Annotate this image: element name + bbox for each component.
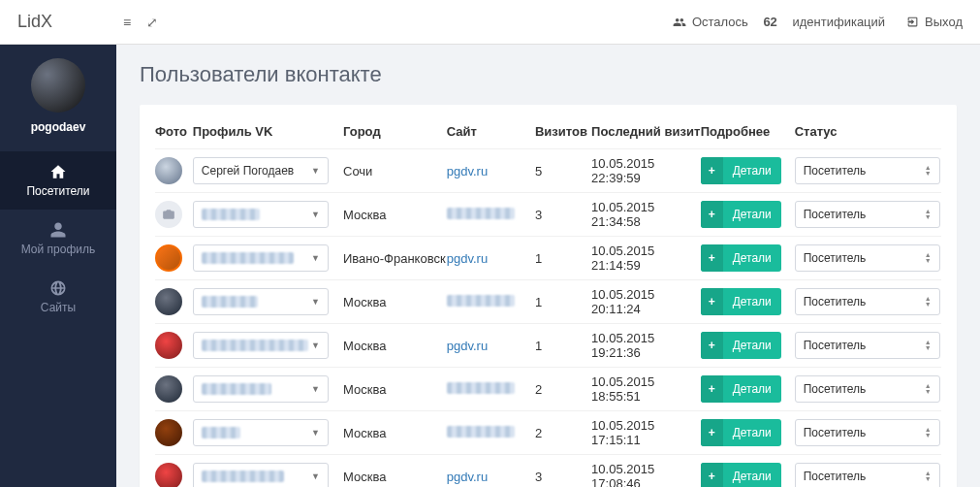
visits-cell: 5	[535, 164, 591, 179]
table-row: ▼ Москва pgdv.ru 1 10.05.2015 19:21:36 +…	[155, 323, 941, 367]
brand-logo: LidX	[17, 12, 114, 32]
plus-icon: +	[701, 419, 723, 446]
status-select[interactable]: Посетитель▲▼	[795, 463, 940, 487]
sort-icon: ▲▼	[925, 383, 932, 395]
row-avatar	[155, 463, 182, 487]
row-avatar	[155, 157, 182, 184]
status-select[interactable]: Посетитель▲▼	[795, 201, 940, 228]
status-select[interactable]: Посетитель▲▼	[795, 375, 940, 403]
city-cell: Сочи	[343, 164, 447, 179]
visits-cell: 1	[535, 295, 591, 309]
status-select[interactable]: Посетитель▲▼	[795, 332, 940, 359]
row-avatar	[155, 419, 182, 446]
last-visit-cell: 10.05.2015 22:39:59	[591, 156, 701, 185]
status-select[interactable]: Посетитель▲▼	[795, 157, 940, 184]
table-row: ▼ Москва 2 10.05.2015 17:15:11 +Детали П…	[155, 410, 941, 454]
profile-dropdown[interactable]: ▼	[193, 463, 329, 487]
profile-dropdown[interactable]: ▼	[193, 332, 329, 359]
sort-icon: ▲▼	[925, 252, 932, 264]
col-visits: Визитов	[535, 124, 591, 139]
visits-cell: 3	[535, 470, 591, 484]
col-city: Город	[343, 124, 447, 139]
table-row: ▼ Москва 2 10.05.2015 18:55:51 +Детали П…	[155, 367, 941, 410]
table-header-row: Фото Профиль VK Город Сайт Визитов После…	[155, 118, 941, 148]
status-select[interactable]: Посетитель▲▼	[795, 419, 940, 446]
globe-icon	[0, 279, 116, 297]
visits-cell: 2	[535, 382, 591, 397]
sort-icon: ▲▼	[925, 427, 932, 438]
status-select[interactable]: Посетитель▲▼	[795, 244, 940, 272]
last-visit-cell: 10.05.2015 17:08:46	[591, 462, 701, 487]
plus-icon: +	[701, 157, 723, 184]
main-content: Пользователи вконтакте Фото Профиль VK Г…	[116, 45, 980, 487]
visits-cell: 2	[535, 426, 591, 440]
last-visit-cell: 10.05.2015 17:15:11	[591, 418, 701, 447]
sidebar: pogodaev ПосетителиМой профильСайты	[0, 45, 116, 487]
profile-dropdown[interactable]: ▼	[193, 375, 329, 403]
home-icon	[0, 163, 116, 180]
last-visit-cell: 10.05.2015 18:55:51	[591, 374, 701, 404]
sort-icon: ▲▼	[925, 165, 932, 177]
last-visit-cell: 10.05.2015 21:14:59	[591, 244, 701, 273]
profile-dropdown[interactable]: ▼	[193, 201, 329, 228]
expand-icon[interactable]: ⤢	[140, 15, 165, 30]
sidebar-item-1[interactable]: Мой профиль	[0, 210, 116, 268]
table-card: Фото Профиль VK Город Сайт Визитов После…	[140, 105, 957, 487]
details-button[interactable]: +Детали	[701, 288, 781, 315]
sort-icon: ▲▼	[925, 340, 932, 351]
details-button[interactable]: +Детали	[701, 419, 781, 446]
site-link[interactable]: pgdv.ru	[447, 251, 488, 266]
status-select[interactable]: Посетитель▲▼	[795, 288, 940, 315]
profile-dropdown[interactable]: ▼	[193, 244, 329, 272]
table-row: ▼ Москва pgdv.ru 3 10.05.2015 17:08:46 +…	[155, 454, 941, 487]
profile-dropdown[interactable]: Сергей Погодаев▼	[193, 157, 329, 184]
sidebar-item-0[interactable]: Посетители	[0, 151, 116, 210]
last-visit-cell: 10.05.2015 21:34:58	[591, 200, 701, 229]
row-avatar	[155, 288, 182, 315]
city-cell: Москва	[343, 339, 447, 353]
row-avatar	[155, 375, 182, 403]
plus-icon: +	[701, 288, 723, 315]
table-row: ▼ Ивано-Франковск pgdv.ru 1 10.05.2015 2…	[155, 236, 941, 279]
plus-icon: +	[701, 375, 723, 403]
logout-icon	[906, 16, 919, 28]
row-avatar	[155, 201, 182, 228]
details-button[interactable]: +Детали	[701, 244, 781, 272]
details-button[interactable]: +Детали	[701, 332, 781, 359]
table-row: ▼ Москва 1 10.05.2015 20:11:24 +Детали П…	[155, 279, 941, 323]
topbar: LidX ≡ ⤢ Осталось 62 идентификаций Выход	[0, 0, 980, 45]
sort-icon: ▲▼	[925, 209, 932, 220]
username: pogodaev	[31, 120, 86, 134]
site-link[interactable]: pgdv.ru	[447, 164, 488, 179]
details-button[interactable]: +Детали	[701, 463, 781, 487]
user-icon	[0, 221, 116, 239]
profile-dropdown[interactable]: ▼	[193, 288, 329, 315]
table-row: Сергей Погодаев▼ Сочи pgdv.ru 5 10.05.20…	[155, 148, 941, 192]
plus-icon: +	[701, 244, 723, 272]
details-button[interactable]: +Детали	[701, 201, 781, 228]
plus-icon: +	[701, 332, 723, 359]
city-cell: Москва	[343, 382, 447, 397]
profile-dropdown[interactable]: ▼	[193, 419, 329, 446]
menu-toggle-icon[interactable]: ≡	[114, 15, 140, 30]
city-cell: Москва	[343, 208, 447, 222]
logout-button[interactable]: Выход	[906, 15, 963, 29]
visits-cell: 3	[535, 208, 591, 222]
site-link[interactable]: pgdv.ru	[447, 339, 488, 353]
details-button[interactable]: +Детали	[701, 375, 781, 403]
sidebar-item-2[interactable]: Сайты	[0, 268, 116, 326]
row-avatar	[155, 244, 182, 272]
last-visit-cell: 10.05.2015 20:11:24	[591, 287, 701, 316]
details-button[interactable]: +Детали	[701, 157, 781, 184]
sort-icon: ▲▼	[925, 471, 932, 482]
visits-cell: 1	[535, 251, 591, 266]
col-site: Сайт	[447, 124, 535, 139]
plus-icon: +	[701, 201, 723, 228]
col-profile: Профиль VK	[193, 124, 343, 139]
site-cell	[447, 426, 515, 438]
site-link[interactable]: pgdv.ru	[447, 470, 488, 484]
site-cell	[447, 382, 515, 394]
user-avatar[interactable]	[31, 58, 85, 113]
people-icon	[673, 16, 686, 29]
visits-cell: 1	[535, 339, 591, 353]
